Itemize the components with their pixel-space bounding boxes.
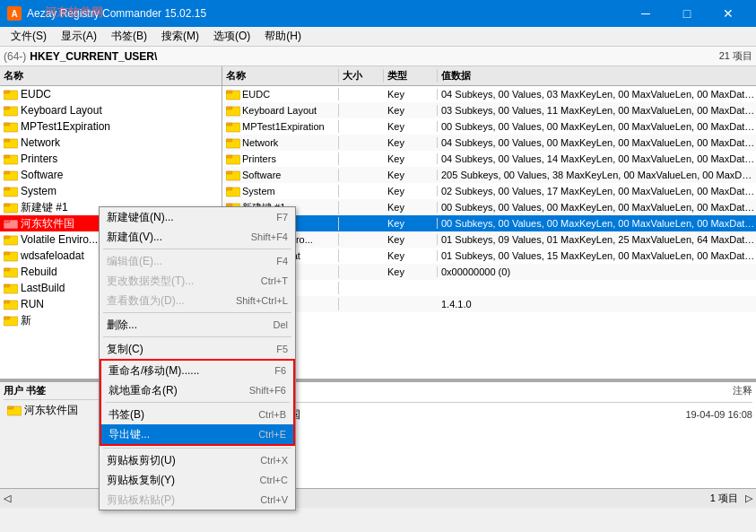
notes-panel: 项目 注释 河东软件国 19-04-09 16:08	[222, 382, 756, 488]
folder-icon	[226, 104, 240, 117]
ctx-shortcut-13: Ctrl+B	[258, 409, 286, 420]
list-row-1[interactable]: Keyboard Layout Key 03 Subkeys, 00 Value…	[222, 102, 756, 118]
ctx-item-14[interactable]: 导出键...Ctrl+E	[101, 424, 293, 444]
ctx-item-4: 更改数据类型(T)...Ctrl+T	[100, 271, 295, 291]
ctx-shortcut-9: F5	[276, 344, 288, 354]
list-row-6[interactable]: System Key 02 Subkeys, 00 Values, 17 Max…	[222, 183, 756, 199]
list-row-7[interactable]: 新建键 #1 Key 00 Subkeys, 00 Values, 00 Max…	[222, 199, 756, 215]
svg-rect-41	[226, 171, 232, 174]
list-row-0[interactable]: EUDC Key 04 Subkeys, 00 Values, 03 MaxKe…	[222, 86, 756, 102]
ctx-item-5: 查看数值为(D)...Shift+Ctrl+L	[100, 291, 295, 310]
menu-bar: 文件(S) 显示(A) 书签(B) 搜索(M) 选项(O) 帮助(H)	[0, 27, 756, 47]
list-row-10[interactable]: wdsafeloadat Key 01 Subkeys, 00 Values, …	[222, 248, 756, 264]
context-menu: 新建键值(N)...F7新建值(V)...Shift+F4编辑值(E)...F4…	[99, 206, 296, 510]
folder-icon	[4, 136, 18, 149]
menu-help[interactable]: 帮助(H)	[257, 27, 308, 46]
menu-bookmarks[interactable]: 书签(B)	[104, 27, 154, 46]
folder-icon	[226, 169, 240, 181]
ctx-shortcut-11: Shift+F6	[249, 385, 286, 396]
svg-rect-27	[4, 301, 10, 303]
ctx-item-10[interactable]: 重命名/移动(M)......F6	[101, 361, 293, 380]
tree-item-6[interactable]: System	[0, 183, 222, 199]
folder-icon	[226, 185, 240, 197]
list-row-2[interactable]: MPTest1Expiration Key 00 Subkeys, 00 Val…	[222, 118, 756, 135]
menu-search[interactable]: 搜索(M)	[154, 27, 206, 46]
path-bar: (64-) HKEY_CURRENT_USER\ 21 项目	[0, 47, 756, 66]
folder-icon	[4, 153, 18, 165]
list-row-11[interactable]: Rebuild Key 0x00000000 (0)	[222, 264, 756, 280]
tree-item-0[interactable]: EUDC	[0, 86, 222, 102]
ctx-shortcut-4: Ctrl+T	[261, 275, 288, 286]
folder-icon	[4, 185, 18, 197]
close-button[interactable]: ✕	[708, 0, 749, 27]
ctx-item-16[interactable]: 剪贴板剪切(U)Ctrl+X	[100, 450, 295, 470]
svg-rect-25	[4, 284, 10, 287]
list-row-12[interactable]: LastBuild	[222, 280, 756, 296]
folder-icon	[226, 136, 240, 149]
svg-rect-3	[4, 107, 10, 109]
ctx-label-9: 复制(C)	[107, 342, 276, 357]
path-label: (64-)	[4, 50, 26, 63]
svg-rect-59	[7, 406, 13, 409]
ctx-item-17[interactable]: 剪贴板复制(Y)Ctrl+C	[100, 470, 295, 490]
ctx-label-18: 剪贴板粘贴(P)	[107, 493, 260, 508]
ctx-item-9[interactable]: 复制(C)F5	[100, 339, 295, 359]
item-count: 21 项目	[719, 49, 752, 63]
ctx-separator-2	[103, 249, 291, 249]
folder-icon	[4, 266, 18, 278]
notes-label: 注释	[733, 384, 752, 402]
ctx-label-0: 新建键值(N)...	[107, 210, 276, 225]
tree-item-1[interactable]: Keyboard Layout	[0, 102, 222, 118]
col-header-name[interactable]: 名称	[222, 69, 339, 83]
folder-icon	[4, 314, 18, 327]
ctx-item-7[interactable]: 删除...Del	[100, 315, 295, 335]
list-row-4[interactable]: Printers Key 04 Subkeys, 00 Values, 14 M…	[222, 151, 756, 167]
svg-rect-15	[4, 204, 10, 206]
ctx-shortcut-1: Shift+F4	[251, 231, 288, 242]
svg-rect-1	[4, 91, 10, 93]
list-row-8[interactable]: 河东软件国 Key 00 Subkeys, 00 Values, 00 MaxK…	[222, 215, 756, 231]
col-header-size[interactable]: 大小	[339, 69, 384, 83]
menu-options[interactable]: 选项(O)	[206, 27, 257, 46]
folder-icon	[4, 169, 18, 181]
list-row-5[interactable]: Software Key 205 Subkeys, 00 Values, 38 …	[222, 167, 756, 183]
list-row-13[interactable]: RUN 1.4.1.0	[222, 296, 756, 312]
menu-file[interactable]: 文件(S)	[4, 27, 54, 46]
svg-rect-21	[4, 252, 10, 255]
folder-icon	[4, 201, 18, 214]
col-header-type[interactable]: 类型	[384, 69, 438, 83]
svg-rect-7	[4, 139, 10, 142]
maximize-button[interactable]: □	[666, 0, 708, 27]
list-row-9[interactable]: Volatile Enviro... Key 01 Subkeys, 09 Va…	[222, 231, 756, 248]
ctx-item-13[interactable]: 书签(B)Ctrl+B	[101, 405, 293, 424]
ctx-label-14: 导出键...	[109, 427, 258, 442]
tree-item-5[interactable]: Software	[0, 167, 222, 183]
tree-col-name: 名称	[4, 69, 23, 83]
ctx-shortcut-5: Shift+Ctrl+L	[236, 295, 288, 306]
svg-rect-39	[226, 155, 232, 158]
menu-view[interactable]: 显示(A)	[54, 27, 104, 46]
svg-rect-43	[226, 188, 232, 190]
status-left[interactable]: ◁	[4, 493, 11, 504]
ctx-item-1[interactable]: 新建值(V)...Shift+F4	[100, 227, 295, 247]
status-right: 1 项目	[710, 492, 738, 505]
svg-rect-29	[4, 317, 10, 319]
ctx-label-10: 重命名/移动(M)......	[109, 363, 274, 379]
minimize-button[interactable]: ─	[625, 0, 666, 27]
tree-item-3[interactable]: Network	[0, 135, 222, 151]
ctx-item-0[interactable]: 新建键值(N)...F7	[100, 207, 295, 227]
folder-icon	[7, 404, 22, 416]
col-header-value[interactable]: 值数据	[438, 69, 756, 83]
tree-item-4[interactable]: Printers	[0, 151, 222, 167]
ctx-item-11[interactable]: 就地重命名(R)Shift+F6	[101, 380, 293, 400]
ctx-shortcut-10: F6	[274, 365, 286, 376]
ctx-shortcut-16: Ctrl+X	[260, 455, 288, 466]
path-value: HKEY_CURRENT_USER\	[30, 50, 157, 63]
tree-item-2[interactable]: MPTest1Expiration	[0, 118, 222, 135]
list-row-3[interactable]: Network Key 04 Subkeys, 00 Values, 00 Ma…	[222, 135, 756, 151]
title-bar-left: A Aezay Registry Commander 15.02.15	[7, 6, 206, 21]
folder-icon	[4, 88, 18, 100]
bookmark-label: 河东软件国	[24, 403, 78, 418]
ctx-label-13: 书签(B)	[109, 407, 258, 423]
list-content: EUDC Key 04 Subkeys, 00 Values, 03 MaxKe…	[222, 86, 756, 379]
